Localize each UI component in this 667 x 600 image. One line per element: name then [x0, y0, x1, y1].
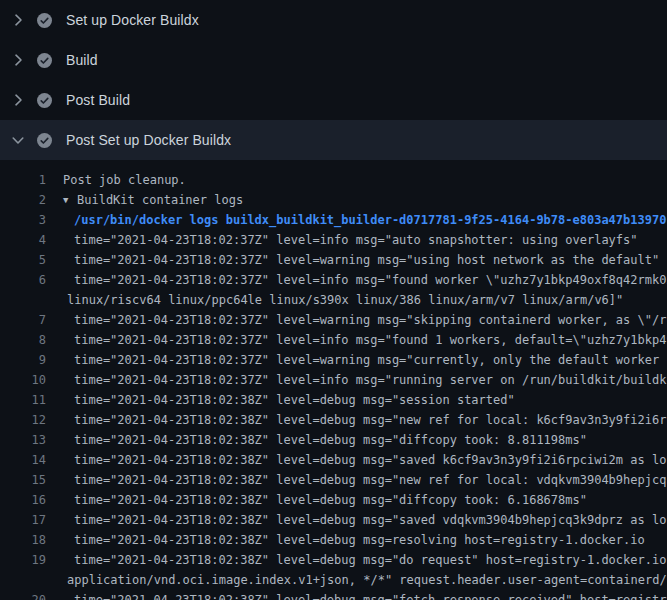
step-label: Post Set up Docker Buildx: [66, 132, 231, 148]
log-line-text: time="2021-04-23T18:02:37Z" level=info m…: [46, 230, 638, 250]
log-line-text: time="2021-04-23T18:02:38Z" level=debug …: [46, 430, 587, 450]
log-row: 11time="2021-04-23T18:02:38Z" level=debu…: [0, 390, 667, 410]
log-line-text: application/vnd.oci.image.index.v1+json,…: [46, 570, 667, 590]
log-line-text: time="2021-04-23T18:02:37Z" level=warnin…: [46, 310, 667, 330]
line-number[interactable]: 9: [0, 350, 46, 370]
log-row: 20time="2021-04-23T18:02:38Z" level=debu…: [0, 590, 667, 600]
log-row: 4time="2021-04-23T18:02:37Z" level=info …: [0, 230, 667, 250]
chevron-right-icon: [10, 92, 26, 108]
line-number[interactable]: 11: [0, 390, 46, 410]
log-line-text: time="2021-04-23T18:02:37Z" level=info m…: [46, 330, 667, 350]
log-line-text: time="2021-04-23T18:02:38Z" level=debug …: [46, 490, 587, 510]
chevron-down-icon: [10, 132, 26, 148]
line-number[interactable]: 2: [0, 190, 46, 210]
log-row: linux/riscv64 linux/ppc64le linux/s390x …: [0, 290, 667, 310]
check-circle-icon: [37, 53, 52, 68]
log-row: 7time="2021-04-23T18:02:37Z" level=warni…: [0, 310, 667, 330]
log-row: 1Post job cleanup.: [0, 170, 667, 190]
log-lines: 1Post job cleanup.2▼BuildKit container l…: [0, 160, 667, 600]
chevron-right-icon: [10, 12, 26, 28]
step-label: Build: [66, 52, 98, 68]
line-number[interactable]: 6: [0, 270, 46, 290]
log-row: 8time="2021-04-23T18:02:37Z" level=info …: [0, 330, 667, 350]
check-circle-icon: [37, 133, 52, 148]
line-number[interactable]: 14: [0, 450, 46, 470]
log-line-text: time="2021-04-23T18:02:38Z" level=debug …: [46, 530, 645, 550]
line-number[interactable]: 8: [0, 330, 46, 350]
step-row-set-up-docker-buildx[interactable]: Set up Docker Buildx: [0, 0, 667, 40]
line-number[interactable]: 4: [0, 230, 46, 250]
line-number[interactable]: 19: [0, 550, 46, 570]
line-number[interactable]: 17: [0, 510, 46, 530]
line-number[interactable]: 18: [0, 530, 46, 550]
step-row-post-set-up-docker-buildx[interactable]: Post Set up Docker Buildx: [0, 120, 667, 160]
log-row: 19time="2021-04-23T18:02:38Z" level=debu…: [0, 550, 667, 570]
line-number: [0, 570, 46, 590]
log-row: 15time="2021-04-23T18:02:38Z" level=debu…: [0, 470, 667, 490]
log-line-text: time="2021-04-23T18:02:37Z" level=info m…: [46, 370, 667, 390]
step-label: Set up Docker Buildx: [66, 12, 199, 28]
step-label: Post Build: [66, 92, 130, 108]
log-row: 16time="2021-04-23T18:02:38Z" level=debu…: [0, 490, 667, 510]
log-command-text: /usr/bin/docker logs buildx_buildkit_bui…: [46, 210, 666, 230]
line-number[interactable]: 15: [0, 470, 46, 490]
log-row: 12time="2021-04-23T18:02:38Z" level=debu…: [0, 410, 667, 430]
line-number: [0, 290, 46, 310]
log-line-text: time="2021-04-23T18:02:38Z" level=debug …: [46, 510, 667, 530]
log-line-text: time="2021-04-23T18:02:37Z" level=warnin…: [46, 350, 667, 370]
log-row: 2▼BuildKit container logs: [0, 190, 667, 210]
log-line-text: Post job cleanup.: [46, 170, 186, 190]
line-number[interactable]: 10: [0, 370, 46, 390]
log-row: 13time="2021-04-23T18:02:38Z" level=debu…: [0, 430, 667, 450]
check-circle-icon: [37, 93, 52, 108]
line-number[interactable]: 13: [0, 430, 46, 450]
log-line-text: time="2021-04-23T18:02:37Z" level=warnin…: [46, 250, 659, 270]
line-number[interactable]: 7: [0, 310, 46, 330]
line-number[interactable]: 5: [0, 250, 46, 270]
log-group-header[interactable]: ▼BuildKit container logs: [46, 190, 243, 210]
log-row: 3/usr/bin/docker logs buildx_buildkit_bu…: [0, 210, 667, 230]
collapse-triangle-icon: ▼: [63, 190, 77, 210]
log-line-text: time="2021-04-23T18:02:38Z" level=debug …: [46, 450, 667, 470]
log-line-text: linux/riscv64 linux/ppc64le linux/s390x …: [46, 290, 623, 310]
log-row: 18time="2021-04-23T18:02:38Z" level=debu…: [0, 530, 667, 550]
step-row-build[interactable]: Build: [0, 40, 667, 80]
log-line-text: time="2021-04-23T18:02:38Z" level=debug …: [46, 590, 667, 600]
log-row: 17time="2021-04-23T18:02:38Z" level=debu…: [0, 510, 667, 530]
line-number[interactable]: 1: [0, 170, 46, 190]
line-number[interactable]: 16: [0, 490, 46, 510]
log-row: application/vnd.oci.image.index.v1+json,…: [0, 570, 667, 590]
workflow-steps-list: Set up Docker Buildx Build Post Build Po…: [0, 0, 667, 160]
log-line-text: time="2021-04-23T18:02:38Z" level=debug …: [46, 470, 667, 490]
log-row: 5time="2021-04-23T18:02:37Z" level=warni…: [0, 250, 667, 270]
chevron-right-icon: [10, 52, 26, 68]
log-line-text: time="2021-04-23T18:02:38Z" level=debug …: [46, 550, 667, 570]
log-line-text: time="2021-04-23T18:02:38Z" level=debug …: [46, 390, 515, 410]
line-number[interactable]: 12: [0, 410, 46, 430]
log-row: 6time="2021-04-23T18:02:37Z" level=info …: [0, 270, 667, 290]
log-row: 10time="2021-04-23T18:02:37Z" level=info…: [0, 370, 667, 390]
log-line-text: time="2021-04-23T18:02:37Z" level=info m…: [46, 270, 667, 290]
log-line-text: time="2021-04-23T18:02:38Z" level=debug …: [46, 410, 667, 430]
log-row: 14time="2021-04-23T18:02:38Z" level=debu…: [0, 450, 667, 470]
check-circle-icon: [37, 13, 52, 28]
step-row-post-build[interactable]: Post Build: [0, 80, 667, 120]
line-number[interactable]: 20: [0, 590, 46, 600]
log-row: 9time="2021-04-23T18:02:37Z" level=warni…: [0, 350, 667, 370]
line-number[interactable]: 3: [0, 210, 46, 230]
